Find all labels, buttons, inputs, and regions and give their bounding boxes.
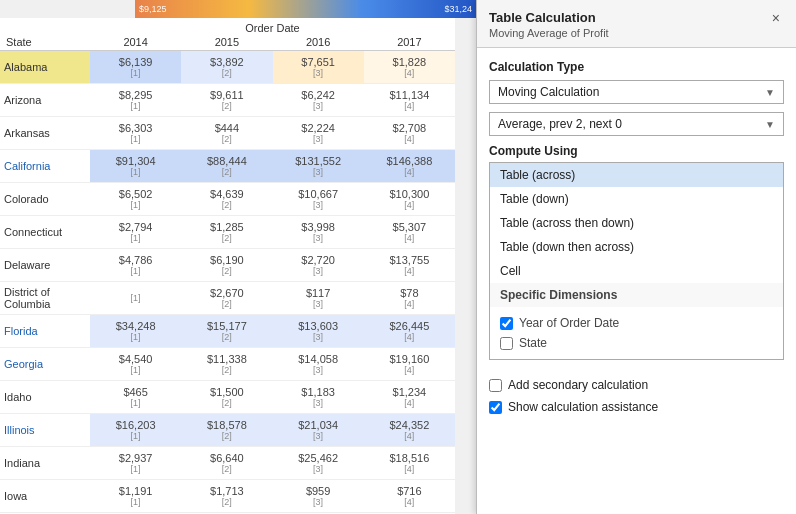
cell-index: [1] <box>131 365 141 375</box>
cell-index: [2] <box>222 167 232 177</box>
data-cell: $2,670[2] <box>181 282 272 314</box>
data-cell: $9,611[2] <box>181 84 272 116</box>
data-cell: $7,651[3] <box>273 51 364 83</box>
data-cell: $13,755[4] <box>364 249 455 281</box>
data-cell: $8,295[1] <box>90 84 181 116</box>
data-cells: $6,139[1]$3,892[2]$7,651[3]$1,828[4] <box>90 51 455 83</box>
cell-value: $26,445 <box>389 320 429 332</box>
cell-index: [1] <box>131 332 141 342</box>
dim-item: State <box>500 333 773 353</box>
compute-item[interactable]: Cell <box>490 259 783 283</box>
cell-value: $24,352 <box>389 419 429 431</box>
cell-index: [2] <box>222 365 232 375</box>
year-headers: 2014 2015 2016 2017 <box>90 36 455 48</box>
table-row: Idaho$465[1]$1,500[2]$1,183[3]$1,234[4] <box>0 381 455 414</box>
cell-index: [3] <box>313 299 323 309</box>
calc-subtype-dropdown[interactable]: Average, prev 2, next 0 ▼ <box>489 112 784 136</box>
calc-type-dropdown[interactable]: Moving Calculation ▼ <box>489 80 784 104</box>
cell-index: [4] <box>404 398 414 408</box>
data-cell: $2,224[3] <box>273 117 364 149</box>
cell-index: [2] <box>222 200 232 210</box>
cell-index: [1] <box>131 101 141 111</box>
compute-item[interactable]: Table (down) <box>490 187 783 211</box>
data-cell: $34,248[1] <box>90 315 181 347</box>
cell-value: $10,300 <box>389 188 429 200</box>
cell-index: [2] <box>222 266 232 276</box>
data-cell: $11,338[2] <box>181 348 272 380</box>
data-cell: $716[4] <box>364 480 455 512</box>
cell-index: [1] <box>131 200 141 210</box>
data-cells: $4,786[1]$6,190[2]$2,720[3]$13,755[4] <box>90 249 455 281</box>
cell-value: $4,639 <box>210 188 244 200</box>
cell-index: [3] <box>313 497 323 507</box>
table-header: State Order Date 2014 2015 2016 2017 <box>0 18 455 51</box>
data-cell: [1] <box>90 282 181 314</box>
cell-value: $117 <box>306 287 330 299</box>
cell-index: [2] <box>222 299 232 309</box>
data-cell: $4,639[2] <box>181 183 272 215</box>
table-row: Arizona$8,295[1]$9,611[2]$6,242[3]$11,13… <box>0 84 455 117</box>
data-cell: $4,540[1] <box>90 348 181 380</box>
cell-value: $716 <box>397 485 421 497</box>
cell-value: $13,755 <box>389 254 429 266</box>
dim-label: State <box>519 336 547 350</box>
cell-value: $465 <box>123 386 147 398</box>
cell-index: [3] <box>313 365 323 375</box>
calc-type-arrow-icon: ▼ <box>765 87 775 98</box>
state-cell: Delaware <box>0 249 90 281</box>
cell-index: [2] <box>222 398 232 408</box>
table-row: Colorado$6,502[1]$4,639[2]$10,667[3]$10,… <box>0 183 455 216</box>
data-cell: $2,937[1] <box>90 447 181 479</box>
compute-list: Table (across)Table (down)Table (across … <box>489 162 784 360</box>
cell-value: $9,611 <box>210 89 244 101</box>
dim-checkbox[interactable] <box>500 337 513 350</box>
dim-checkbox[interactable] <box>500 317 513 330</box>
data-cell: $10,300[4] <box>364 183 455 215</box>
table-row: Indiana$2,937[1]$6,640[2]$25,462[3]$18,5… <box>0 447 455 480</box>
table-row: Arkansas$6,303[1]$444[2]$2,224[3]$2,708[… <box>0 117 455 150</box>
compute-item[interactable]: Table (down then across) <box>490 235 783 259</box>
data-cell: $1,285[2] <box>181 216 272 248</box>
cell-index: [4] <box>404 101 414 111</box>
cell-index: [3] <box>313 233 323 243</box>
cell-value: $7,651 <box>301 56 335 68</box>
compute-item[interactable]: Specific Dimensions <box>490 283 783 307</box>
cell-index: [1] <box>131 266 141 276</box>
show-assistance-label: Show calculation assistance <box>508 400 658 414</box>
cell-index: [4] <box>404 464 414 474</box>
top-bar: $9,125 $31,24 <box>135 0 476 18</box>
add-secondary-checkbox[interactable] <box>489 379 502 392</box>
data-cell: $78[4] <box>364 282 455 314</box>
data-cell: $16,203[1] <box>90 414 181 446</box>
compute-item[interactable]: Table (across) <box>490 163 783 187</box>
cell-value: $14,058 <box>298 353 338 365</box>
data-cells: $465[1]$1,500[2]$1,183[3]$1,234[4] <box>90 381 455 413</box>
cell-value: $2,708 <box>393 122 427 134</box>
cell-value: $2,224 <box>301 122 335 134</box>
data-cell: $3,892[2] <box>181 51 272 83</box>
data-cell: $11,134[4] <box>364 84 455 116</box>
state-cell: Alabama <box>0 51 90 83</box>
year-2016: 2016 <box>273 36 364 48</box>
data-cell: $6,190[2] <box>181 249 272 281</box>
table-row: District ofColumbia[1]$2,670[2]$117[3]$7… <box>0 282 455 315</box>
cell-value: $1,500 <box>210 386 244 398</box>
close-button[interactable]: × <box>768 10 784 26</box>
cell-index: [1] <box>131 293 141 303</box>
cell-index: [1] <box>131 167 141 177</box>
data-cell: $19,160[4] <box>364 348 455 380</box>
data-cell: $6,640[2] <box>181 447 272 479</box>
compute-item[interactable]: Table (across then down) <box>490 211 783 235</box>
state-cell: Florida <box>0 315 90 347</box>
cell-index: [4] <box>404 167 414 177</box>
show-assistance-checkbox[interactable] <box>489 401 502 414</box>
state-cell: Arkansas <box>0 117 90 149</box>
cell-value: $25,462 <box>298 452 338 464</box>
calc-subtype-arrow-icon: ▼ <box>765 119 775 130</box>
state-cell: Indiana <box>0 447 90 479</box>
cell-index: [4] <box>404 332 414 342</box>
data-cell: $444[2] <box>181 117 272 149</box>
cell-value: $91,304 <box>116 155 156 167</box>
data-cell: $10,667[3] <box>273 183 364 215</box>
cell-index: [1] <box>131 464 141 474</box>
